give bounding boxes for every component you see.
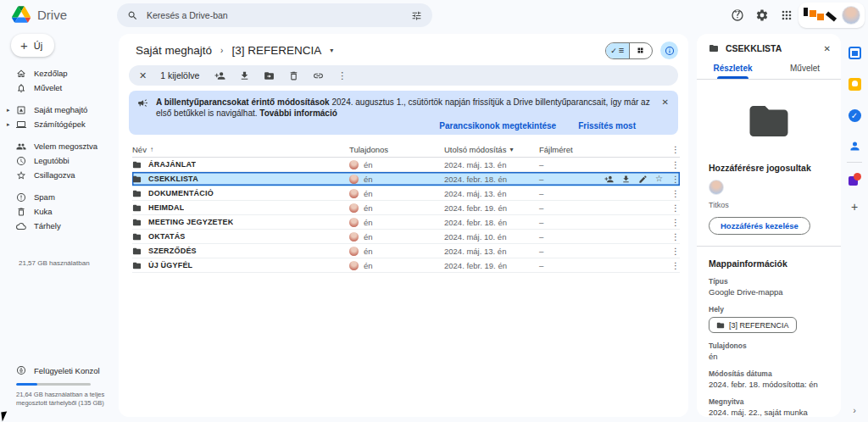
side-panel-app-strip: ✓ + › xyxy=(841,32,868,422)
table-row[interactable]: SZERZŐDÉS én 2024. máj. 13. én – ⋮ xyxy=(132,244,680,258)
drive-brand[interactable]: Drive xyxy=(12,6,67,23)
access-member-avatar[interactable] xyxy=(709,180,724,195)
folder-menu-caret-icon[interactable]: ▾ xyxy=(330,47,333,54)
owner-label: én xyxy=(364,203,373,213)
details-info-button[interactable] xyxy=(660,42,678,59)
share-person-add-icon[interactable] xyxy=(214,70,225,81)
banner-close-icon[interactable]: ✕ xyxy=(662,97,669,107)
header-modified[interactable]: Utolsó módosítás ▾ xyxy=(444,145,539,154)
list-view-button[interactable]: ✓ ≡ xyxy=(606,43,629,58)
breadcrumb-current-folder[interactable]: [3] REFERENCIA xyxy=(228,43,325,58)
header-owner[interactable]: Tulajdonos xyxy=(349,145,444,154)
table-row[interactable]: HEIMDAL én 2024. febr. 19. én – ⋮ xyxy=(132,201,680,215)
row-menu-icon[interactable]: ⋮ xyxy=(671,189,680,198)
more-actions-icon[interactable]: ⋮ xyxy=(337,70,347,81)
copy-link-icon[interactable] xyxy=(313,70,324,81)
clear-selection-icon[interactable]: ✕ xyxy=(139,70,147,81)
addon-app-icon[interactable] xyxy=(849,173,861,186)
move-to-folder-icon[interactable] xyxy=(264,70,275,81)
top-app-bar: Drive xyxy=(0,0,868,32)
bell-icon xyxy=(16,83,26,93)
table-row[interactable]: ÁRAJÁNLAT én 2024. máj. 13. én – ⋮ xyxy=(132,158,680,172)
owner-avatar xyxy=(349,175,359,184)
divider xyxy=(697,246,841,247)
file-name: OKTATÁS xyxy=(148,232,186,241)
sort-ascending-icon[interactable]: ↑ xyxy=(150,146,153,153)
details-close-icon[interactable]: ✕ xyxy=(824,44,831,53)
type-value: Google Drive-mappa xyxy=(709,287,829,297)
star-icon[interactable]: ☆ xyxy=(655,175,663,183)
row-menu-icon[interactable]: ⋮ xyxy=(671,247,680,256)
new-button[interactable]: + Új xyxy=(11,34,54,57)
expand-side-panel-icon[interactable]: › xyxy=(853,405,856,415)
manage-access-button[interactable]: Hozzáférés kezelése xyxy=(709,217,810,235)
google-apps-grid-icon[interactable] xyxy=(780,8,793,22)
opened-label: Megnyitva xyxy=(709,397,829,406)
selection-count-label: 1 kijelölve xyxy=(160,70,199,81)
table-row[interactable]: ÚJ ÜGYFÉL én 2024. febr. 19. én – ⋮ xyxy=(132,258,680,273)
keep-app-icon[interactable] xyxy=(849,78,861,91)
expand-caret-icon[interactable]: ▸ xyxy=(7,107,10,114)
share-person-add-icon[interactable] xyxy=(604,175,614,184)
download-icon[interactable] xyxy=(239,70,250,81)
sidebar-item-starred[interactable]: Csillagozva xyxy=(0,168,114,182)
calendar-app-icon[interactable] xyxy=(849,47,861,59)
row-menu-icon[interactable]: ⋮ xyxy=(671,160,680,169)
sidebar-item-my-drive[interactable]: ▸ Saját meghajtó xyxy=(0,103,114,117)
get-add-ons-plus-icon[interactable]: + xyxy=(849,201,861,214)
sidebar-item-trash[interactable]: Kuka xyxy=(0,204,114,219)
sidebar-item-activity[interactable]: Művelet xyxy=(0,81,114,95)
banner-more-link[interactable]: További információ xyxy=(259,108,337,118)
size-label: – xyxy=(539,203,590,213)
help-icon[interactable] xyxy=(731,8,744,22)
column-settings-icon[interactable]: ⋮ xyxy=(671,145,680,154)
location-chip[interactable]: [3] REFERENCIA xyxy=(709,317,797,333)
row-menu-icon[interactable]: ⋮ xyxy=(671,175,680,184)
account-card[interactable] xyxy=(798,3,865,28)
dropdown-caret-icon[interactable]: ▾ xyxy=(509,146,513,153)
user-avatar[interactable] xyxy=(842,6,860,25)
row-menu-icon[interactable]: ⋮ xyxy=(671,203,680,213)
modified-label: 2024. febr. 19. én xyxy=(444,203,539,213)
table-row[interactable]: OKTATÁS én 2024. máj. 10. én – ⋮ xyxy=(132,230,680,244)
breadcrumb-my-drive[interactable]: Saját meghajtó xyxy=(132,43,215,58)
admin-console-link[interactable]: Felügyeleti Konzol xyxy=(0,365,112,375)
trash-icon[interactable] xyxy=(288,70,299,81)
rename-pencil-icon[interactable] xyxy=(638,175,648,184)
drive-logo-icon xyxy=(12,6,31,23)
tab-activity[interactable]: Művelet xyxy=(769,64,841,79)
download-icon[interactable] xyxy=(621,175,631,184)
storage-detail-label: 21,64 GB használatban a teljes megosztot… xyxy=(16,391,105,407)
folder-info-heading: Mappainformációk xyxy=(709,258,829,269)
search-input[interactable] xyxy=(147,10,403,20)
tasks-app-icon[interactable]: ✓ xyxy=(849,109,861,122)
header-size[interactable]: Fájlméret xyxy=(539,145,590,154)
folder-icon xyxy=(132,175,142,184)
row-menu-icon[interactable]: ⋮ xyxy=(671,261,680,270)
table-row-selected[interactable]: CSEKKLISTA én 2024. febr. 18. én – ☆ ⋮ xyxy=(132,172,680,186)
contacts-app-icon[interactable] xyxy=(849,140,861,153)
view-shortcuts-link[interactable]: Parancsikonok megtekintése xyxy=(439,121,556,130)
table-row[interactable]: DOKUMENTÁCIÓ én 2024. máj. 13. én – ⋮ xyxy=(132,186,680,201)
sidebar-item-recent[interactable]: Legutóbbi xyxy=(0,153,114,168)
sidebar-item-home[interactable]: Kezdőlap xyxy=(0,66,114,81)
search-filter-tune-icon[interactable] xyxy=(411,10,422,21)
row-menu-icon[interactable]: ⋮ xyxy=(671,232,680,242)
sidebar-item-storage[interactable]: Tárhely xyxy=(0,219,114,233)
folder-icon xyxy=(132,247,142,256)
table-row[interactable]: MEETING JEGYZETEK én 2024. febr. 18. én … xyxy=(132,215,680,230)
tab-details[interactable]: Részletek xyxy=(697,64,769,79)
row-menu-icon[interactable]: ⋮ xyxy=(671,218,680,227)
sidebar-item-computers[interactable]: ▸ Számítógépek xyxy=(0,117,114,131)
selection-toolbar: ✕ 1 kijelölve ⋮ xyxy=(129,65,678,86)
search-bar[interactable] xyxy=(117,3,432,27)
settings-gear-icon[interactable] xyxy=(755,8,769,22)
grid-view-button[interactable] xyxy=(629,43,653,58)
expand-caret-icon[interactable]: ▸ xyxy=(7,121,10,128)
sidebar-item-spam[interactable]: Spam xyxy=(0,190,114,204)
update-now-link[interactable]: Frissítés most xyxy=(578,121,636,130)
sidebar-item-shared-with-me[interactable]: Velem megosztva xyxy=(0,139,114,153)
organization-logo xyxy=(804,7,837,24)
header-name[interactable]: Név ↑ xyxy=(132,145,349,154)
people-icon xyxy=(16,142,26,152)
